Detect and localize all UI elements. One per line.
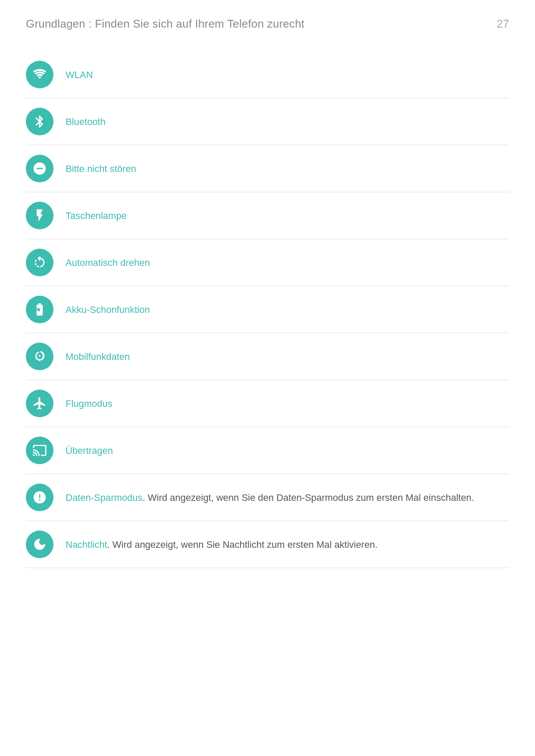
- item-text-akku-schonfunktion: Akku-Schonfunktion: [66, 303, 150, 317]
- item-label-taschenlampe: Taschenlampe: [66, 210, 127, 221]
- item-description-nachtlicht: . Wird angezeigt, wenn Sie Nachtlicht zu…: [107, 539, 378, 550]
- settings-item-ubertragen[interactable]: Übertragen: [26, 427, 509, 474]
- item-text-bluetooth: Bluetooth: [66, 115, 106, 129]
- item-text-bitte-nicht-storen: Bitte nicht stören: [66, 162, 136, 176]
- page-title: Grundlagen : Finden Sie sich auf Ihrem T…: [26, 17, 304, 31]
- cast-icon: [26, 437, 53, 464]
- page-header: Grundlagen : Finden Sie sich auf Ihrem T…: [26, 17, 509, 34]
- settings-item-bluetooth[interactable]: Bluetooth: [26, 98, 509, 145]
- data-saver-icon: [26, 484, 53, 511]
- rotate-icon: [26, 249, 53, 276]
- item-label-akku-schonfunktion: Akku-Schonfunktion: [66, 304, 150, 315]
- item-text-nachtlicht: Nachtlicht. Wird angezeigt, wenn Sie Nac…: [66, 537, 378, 552]
- item-label-bitte-nicht-storen: Bitte nicht stören: [66, 163, 136, 174]
- dnd-icon: [26, 155, 53, 182]
- item-text-flugmodus: Flugmodus: [66, 397, 113, 411]
- item-label-bluetooth: Bluetooth: [66, 116, 106, 127]
- item-label-flugmodus: Flugmodus: [66, 398, 113, 409]
- settings-item-akku-schonfunktion[interactable]: Akku-Schonfunktion: [26, 286, 509, 333]
- wlan-icon: [26, 61, 53, 88]
- item-label-wlan: WLAN: [66, 69, 93, 80]
- settings-item-mobilfunkdaten[interactable]: Mobilfunkdaten: [26, 333, 509, 380]
- battery-icon: [26, 296, 53, 323]
- settings-item-wlan[interactable]: WLAN: [26, 51, 509, 98]
- mobile-data-icon: [26, 343, 53, 370]
- item-text-taschenlampe: Taschenlampe: [66, 209, 127, 223]
- item-label-daten-sparmodus: Daten-Sparmodus: [66, 492, 143, 503]
- page-number: 27: [497, 17, 509, 31]
- item-description-daten-sparmodus: . Wird angezeigt, wenn Sie den Daten-Spa…: [143, 492, 474, 503]
- settings-item-bitte-nicht-storen[interactable]: Bitte nicht stören: [26, 145, 509, 192]
- bluetooth-icon: [26, 108, 53, 135]
- settings-item-taschenlampe[interactable]: Taschenlampe: [26, 192, 509, 239]
- item-text-daten-sparmodus: Daten-Sparmodus. Wird angezeigt, wenn Si…: [66, 490, 474, 505]
- airplane-icon: [26, 390, 53, 417]
- settings-item-nachtlicht[interactable]: Nachtlicht. Wird angezeigt, wenn Sie Nac…: [26, 521, 509, 568]
- flashlight-icon: [26, 202, 53, 229]
- night-icon: [26, 531, 53, 558]
- item-text-ubertragen: Übertragen: [66, 444, 113, 458]
- settings-item-daten-sparmodus[interactable]: Daten-Sparmodus. Wird angezeigt, wenn Si…: [26, 474, 509, 521]
- item-text-wlan: WLAN: [66, 68, 93, 82]
- item-text-mobilfunkdaten: Mobilfunkdaten: [66, 350, 130, 364]
- item-label-nachtlicht: Nachtlicht: [66, 539, 107, 550]
- item-label-automatisch-drehen: Automatisch drehen: [66, 257, 150, 268]
- settings-item-automatisch-drehen[interactable]: Automatisch drehen: [26, 239, 509, 286]
- item-text-automatisch-drehen: Automatisch drehen: [66, 256, 150, 270]
- item-label-mobilfunkdaten: Mobilfunkdaten: [66, 351, 130, 362]
- settings-list: WLAN Bluetooth Bitte nicht stören Tasche…: [26, 51, 509, 568]
- settings-item-flugmodus[interactable]: Flugmodus: [26, 380, 509, 427]
- item-label-ubertragen: Übertragen: [66, 445, 113, 456]
